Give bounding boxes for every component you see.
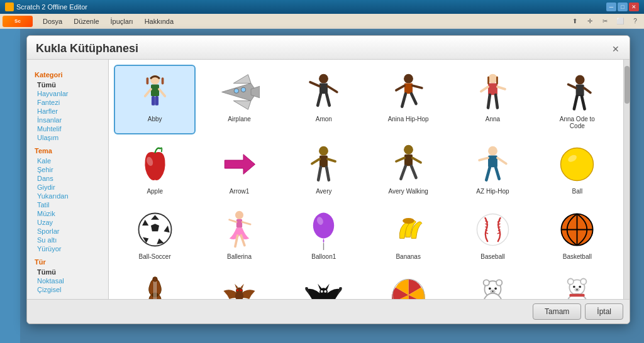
menu-dosya[interactable]: Dosya <box>38 16 67 26</box>
cat-fantezi[interactable]: Fantezi <box>35 98 101 107</box>
dialog-close-button[interactable]: ✕ <box>611 44 621 54</box>
cat-hayvanlar[interactable]: Hayvanlar <box>35 89 101 98</box>
sprite-anna[interactable]: Anna <box>452 65 533 134</box>
tur-noktasal[interactable]: Noktasal <box>35 276 101 285</box>
sprite-bear2[interactable]: Bear2 <box>536 268 618 299</box>
category-panel: Kategori Tümü Hayvanlar Fantezi Harfler … <box>27 60 109 299</box>
title-bar: Scratch 2 Offline Editor ─ □ ✕ <box>0 0 644 14</box>
sprite-balloon1[interactable]: Balloon1 <box>283 202 365 265</box>
sprite-bear1[interactable]: Bear1 <box>452 268 533 299</box>
sprite-ball[interactable]: Ball <box>536 137 618 200</box>
sprite-ball-soccer[interactable]: Ball-Soccer <box>114 202 196 265</box>
toolbar-icon-2[interactable]: ✛ <box>584 16 596 27</box>
cat-muzik[interactable]: Müzik <box>35 209 101 218</box>
sprite-ballerina[interactable]: Ballerina <box>198 202 280 265</box>
svg-line-19 <box>413 85 422 88</box>
sprite-basketball[interactable]: Basketball <box>536 202 618 265</box>
sprite-abby-image <box>133 70 177 114</box>
svg-point-30 <box>575 75 585 84</box>
sprite-bat2[interactable]: Bat2 <box>283 268 365 299</box>
svg-point-75 <box>477 214 508 245</box>
cat-uzay[interactable]: Uzay <box>35 218 101 227</box>
svg-line-42 <box>326 167 329 180</box>
svg-point-37 <box>319 146 328 155</box>
sprite-arrow1-label: Arrow1 <box>230 188 250 195</box>
svg-rect-23 <box>488 83 497 95</box>
sprite-basketball-label: Basketball <box>563 253 592 260</box>
svg-line-47 <box>401 166 405 178</box>
sprite-apple[interactable]: Apple <box>114 137 196 200</box>
svg-line-27 <box>496 95 497 107</box>
sprite-airplane[interactable]: Airplane <box>198 65 280 134</box>
close-window-button[interactable]: ✕ <box>629 3 639 11</box>
cat-insanlar[interactable]: İnsanlar <box>35 116 101 124</box>
svg-point-49 <box>488 146 497 155</box>
cat-dans[interactable]: Dans <box>35 174 101 183</box>
cat-tumu[interactable]: Tümü <box>35 80 101 89</box>
svg-point-113 <box>489 287 491 290</box>
cat-muhtelif[interactable]: Muhtelif <box>35 124 101 133</box>
sprite-arrow1-image <box>217 142 261 186</box>
sprite-anina[interactable]: Anina Hip-Hop <box>367 65 449 134</box>
toolbar-icon-3[interactable]: ✂ <box>599 16 611 27</box>
sprite-bat1[interactable]: Bat1 <box>198 268 280 299</box>
sprite-bass[interactable]: Bass <box>114 268 196 299</box>
cat-ulasim[interactable]: Ulaşım <box>35 133 101 142</box>
cat-giydir[interactable]: Giydir <box>35 183 101 192</box>
sprite-anna-image <box>470 70 514 114</box>
sprite-amon-image <box>302 70 346 114</box>
sprite-anna-ode[interactable]: Anna Ode to Code <box>536 65 618 134</box>
sprite-arrow1[interactable]: Arrow1 <box>198 137 280 200</box>
sprite-basketball-image <box>555 207 599 251</box>
cat-harfler[interactable]: Harfler <box>35 107 101 116</box>
tur-cizgisel[interactable]: Çizgisel <box>35 285 101 294</box>
svg-marker-103 <box>318 283 323 289</box>
tur-label: Tür <box>35 258 101 266</box>
cat-su-alti[interactable]: Su altı <box>35 236 101 244</box>
svg-rect-38 <box>319 155 328 167</box>
svg-rect-31 <box>576 84 584 96</box>
cat-tatil[interactable]: Tatil <box>35 200 101 209</box>
svg-line-35 <box>582 96 585 109</box>
svg-line-34 <box>574 96 577 109</box>
sprite-baseball[interactable]: Baseball <box>452 202 533 265</box>
sprite-anna-label: Anna <box>486 116 500 122</box>
toolbar-icon-4[interactable]: ⬜ <box>614 16 626 27</box>
svg-point-106 <box>325 290 327 293</box>
svg-line-33 <box>584 88 591 92</box>
sprite-abby[interactable]: Abby <box>114 65 196 134</box>
sprite-avery-walking[interactable]: Avery Walking <box>367 137 449 200</box>
sprites-panel[interactable]: Abby <box>109 60 623 299</box>
menu-duzenle[interactable]: Düzenle <box>69 16 104 26</box>
cancel-button[interactable]: İptal <box>585 303 623 320</box>
menu-hakkinda[interactable]: Hakkında <box>140 16 179 26</box>
svg-rect-125 <box>570 293 585 297</box>
cat-kale[interactable]: Kale <box>35 156 101 165</box>
sprite-avery-label: Avery <box>316 188 331 195</box>
svg-line-25 <box>497 87 505 89</box>
window-controls: ─ □ ✕ <box>606 3 639 11</box>
menu-ipuclari[interactable]: İpuçları <box>106 16 138 26</box>
cat-yukaridan[interactable]: Yukarıdan <box>35 192 101 200</box>
toolbar-icon-5[interactable]: ? <box>629 16 641 27</box>
sprite-bananas-label: Bananas <box>396 253 420 260</box>
cat-sehir[interactable]: Şehir <box>35 165 101 174</box>
sprite-bananas[interactable]: Bananas <box>367 202 449 265</box>
sprite-bass-image <box>133 273 177 299</box>
sprite-az-hiphop[interactable]: AZ Hip-Hop <box>452 137 533 200</box>
tur-tumu[interactable]: Tümü <box>35 268 101 276</box>
sprite-library-dialog: Kukla Kütüphanesi ✕ Kategori Tümü Hayvan… <box>26 35 630 324</box>
menu-bar: Sc Dosya Düzenle İpuçları Hakkında ⬆ ✛ ✂… <box>0 14 644 29</box>
cat-sporlar[interactable]: Sporlar <box>35 227 101 236</box>
svg-line-45 <box>396 158 404 161</box>
sprite-beachball[interactable]: Beachball <box>367 268 449 299</box>
minimize-button[interactable]: ─ <box>606 3 616 11</box>
maximize-button[interactable]: □ <box>618 3 628 11</box>
sprite-amon[interactable]: Amon <box>283 65 365 134</box>
sprite-avery[interactable]: Avery <box>283 137 365 200</box>
cat-yuruyor[interactable]: Yürüyor <box>35 244 101 253</box>
sprite-az-hiphop-label: AZ Hip-Hop <box>476 188 509 195</box>
sprite-avery-image <box>302 142 346 186</box>
toolbar-icon-1[interactable]: ⬆ <box>569 16 581 27</box>
ok-button[interactable]: Tamam <box>533 303 581 320</box>
